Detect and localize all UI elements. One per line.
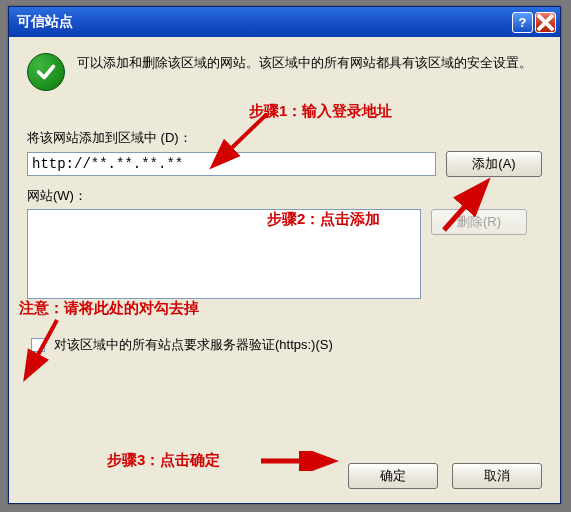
dialog-content: 可以添加和删除该区域的网站。该区域中的所有网站都具有该区域的安全设置。 步骤1：… xyxy=(9,37,560,503)
titlebar: 可信站点 ? xyxy=(9,7,560,37)
sites-listbox[interactable] xyxy=(27,209,421,299)
window-title: 可信站点 xyxy=(17,13,510,31)
help-button[interactable]: ? xyxy=(512,12,533,33)
cancel-button[interactable]: 取消 xyxy=(452,463,542,489)
annotation-step1: 步骤1：输入登录地址 xyxy=(249,102,392,121)
ok-button[interactable]: 确定 xyxy=(348,463,438,489)
description-text: 可以添加和删除该区域的网站。该区域中的所有网站都具有该区域的安全设置。 xyxy=(77,53,542,73)
add-button[interactable]: 添加(A) xyxy=(446,151,542,177)
close-button[interactable] xyxy=(535,12,556,33)
remove-button: 删除(R) xyxy=(431,209,527,235)
add-url-label: 将该网站添加到区域中 (D)： xyxy=(27,129,542,147)
url-input[interactable] xyxy=(27,152,436,176)
require-https-checkbox[interactable] xyxy=(31,338,45,352)
annotation-note: 注意：请将此处的对勾去掉 xyxy=(19,299,199,318)
trusted-sites-icon xyxy=(27,53,65,91)
require-https-label: 对该区域中的所有站点要求服务器验证(https:)(S) xyxy=(54,336,333,354)
sites-label: 网站(W)： xyxy=(27,187,542,205)
annotation-step3: 步骤3：点击确定 xyxy=(107,451,220,470)
arrow-step3-icon xyxy=(259,451,339,471)
